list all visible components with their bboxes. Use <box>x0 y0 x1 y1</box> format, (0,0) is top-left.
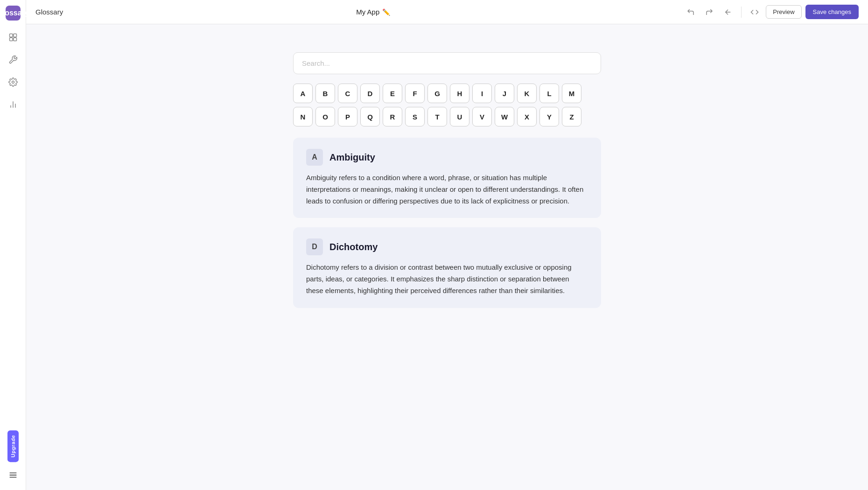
alpha-btn-Y[interactable]: Y <box>539 107 559 126</box>
save-changes-button[interactable]: Save changes <box>805 5 859 19</box>
alpha-btn-Z[interactable]: Z <box>562 107 581 126</box>
svg-rect-0 <box>9 34 13 37</box>
alpha-btn-B[interactable]: B <box>315 84 335 103</box>
undo-button[interactable] <box>683 5 698 20</box>
sidebar-item-analytics[interactable] <box>4 95 22 114</box>
main-area: Glossary My App ✏️ <box>26 0 868 490</box>
alphabet-row-2: NOPQRSTUVWXYZ <box>293 107 601 126</box>
sidebar-item-settings[interactable] <box>4 73 22 91</box>
redo-button[interactable] <box>702 5 717 20</box>
alpha-btn-U[interactable]: U <box>450 107 469 126</box>
alpha-btn-Q[interactable]: Q <box>360 107 380 126</box>
svg-rect-1 <box>13 34 16 37</box>
app-logo[interactable]: Glossary <box>6 6 21 21</box>
back-nav-button[interactable] <box>721 5 735 20</box>
alpha-btn-M[interactable]: M <box>562 84 581 103</box>
app-name-label: My App <box>356 8 379 16</box>
alphabet-row-1: ABCDEFGHIJKLM <box>293 84 601 103</box>
sidebar-item-dashboard[interactable] <box>4 28 22 47</box>
sidebar-bottom-icon[interactable] <box>4 466 22 484</box>
search-container <box>293 52 601 74</box>
glossary-entry: D Dichotomy Dichotomy refers to a divisi… <box>293 227 601 308</box>
alpha-btn-A[interactable]: A <box>293 84 313 103</box>
alpha-btn-V[interactable]: V <box>472 107 492 126</box>
entry-header: A Ambiguity <box>306 149 588 166</box>
code-view-button[interactable] <box>747 5 762 20</box>
alpha-btn-D[interactable]: D <box>360 84 380 103</box>
svg-point-4 <box>12 81 14 84</box>
svg-rect-3 <box>13 38 16 41</box>
alpha-btn-I[interactable]: I <box>472 84 492 103</box>
alpha-btn-W[interactable]: W <box>495 107 514 126</box>
entry-letter-badge: D <box>306 238 323 255</box>
alpha-btn-F[interactable]: F <box>405 84 425 103</box>
alpha-btn-T[interactable]: T <box>427 107 447 126</box>
alpha-btn-J[interactable]: J <box>495 84 514 103</box>
search-input[interactable] <box>293 52 601 74</box>
alpha-btn-C[interactable]: C <box>338 84 357 103</box>
glossary-entry: A Ambiguity Ambiguity refers to a condit… <box>293 138 601 218</box>
upgrade-button[interactable]: Upgrade <box>7 430 19 462</box>
alpha-btn-G[interactable]: G <box>427 84 447 103</box>
page-title: Glossary <box>35 8 63 16</box>
sidebar-item-tools[interactable] <box>4 50 22 69</box>
alphabet-section: ABCDEFGHIJKLM NOPQRSTUVWXYZ <box>293 84 601 126</box>
alpha-btn-K[interactable]: K <box>517 84 537 103</box>
entry-description: Dichotomy refers to a division or contra… <box>306 262 588 296</box>
alpha-btn-E[interactable]: E <box>383 84 402 103</box>
topbar: Glossary My App ✏️ <box>26 0 868 24</box>
entry-header: D Dichotomy <box>306 238 588 255</box>
alpha-btn-X[interactable]: X <box>517 107 537 126</box>
topbar-divider <box>741 7 742 18</box>
edit-app-name-icon[interactable]: ✏️ <box>382 8 390 16</box>
entry-description: Ambiguity refers to a condition where a … <box>306 172 588 207</box>
sidebar: Glossary Upgrade <box>0 0 26 490</box>
alpha-btn-S[interactable]: S <box>405 107 425 126</box>
alpha-btn-N[interactable]: N <box>293 107 313 126</box>
content-wrapper: ABCDEFGHIJKLM NOPQRSTUVWXYZ A Ambiguity … <box>293 52 601 317</box>
alpha-btn-P[interactable]: P <box>338 107 357 126</box>
entry-title: Dichotomy <box>329 242 378 252</box>
entry-title: Ambiguity <box>329 152 375 163</box>
topbar-left: Glossary <box>35 8 63 16</box>
svg-rect-2 <box>9 38 13 41</box>
topbar-center: My App ✏️ <box>69 8 678 16</box>
entry-letter-badge: A <box>306 149 323 166</box>
preview-button[interactable]: Preview <box>766 5 801 19</box>
entries-container: A Ambiguity Ambiguity refers to a condit… <box>293 138 601 317</box>
page-content: ABCDEFGHIJKLM NOPQRSTUVWXYZ A Ambiguity … <box>26 24 868 490</box>
alpha-btn-O[interactable]: O <box>315 107 335 126</box>
alpha-btn-L[interactable]: L <box>539 84 559 103</box>
topbar-right: Preview Save changes <box>683 5 859 20</box>
alpha-btn-H[interactable]: H <box>450 84 469 103</box>
alpha-btn-R[interactable]: R <box>383 107 402 126</box>
